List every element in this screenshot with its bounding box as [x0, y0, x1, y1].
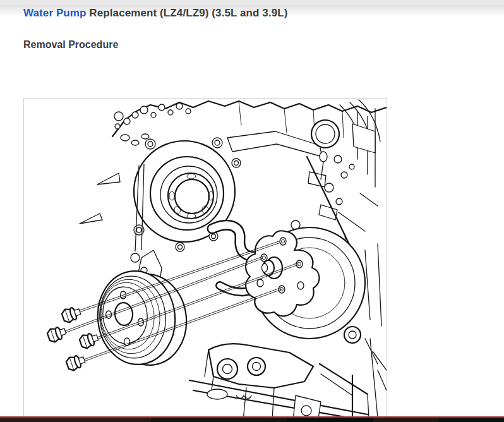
water-pump-link[interactable]: Water Pump: [23, 7, 87, 19]
removal-procedure-heading: Removal Procedure: [23, 39, 118, 51]
figure-frame: [23, 98, 387, 422]
pulley-bolt: [65, 353, 87, 372]
water-pump-pulley: [93, 267, 191, 369]
engine-diagram: [24, 99, 387, 422]
pulley-bolt: [46, 325, 68, 344]
pulley-bolts: [46, 305, 100, 372]
top-strip: [0, 0, 504, 6]
pulley-bolt: [78, 331, 100, 350]
pulley-bolt: [61, 305, 82, 324]
footer-bar: [0, 416, 504, 422]
page-title: Water Pump Replacement (LZ4/LZ9) (3.5L a…: [23, 7, 288, 20]
page-title-rest: Replacement (LZ4/LZ9) (3.5L and 3.9L): [87, 7, 288, 19]
water-pump: [246, 227, 365, 339]
mount-bracket: [189, 327, 369, 422]
